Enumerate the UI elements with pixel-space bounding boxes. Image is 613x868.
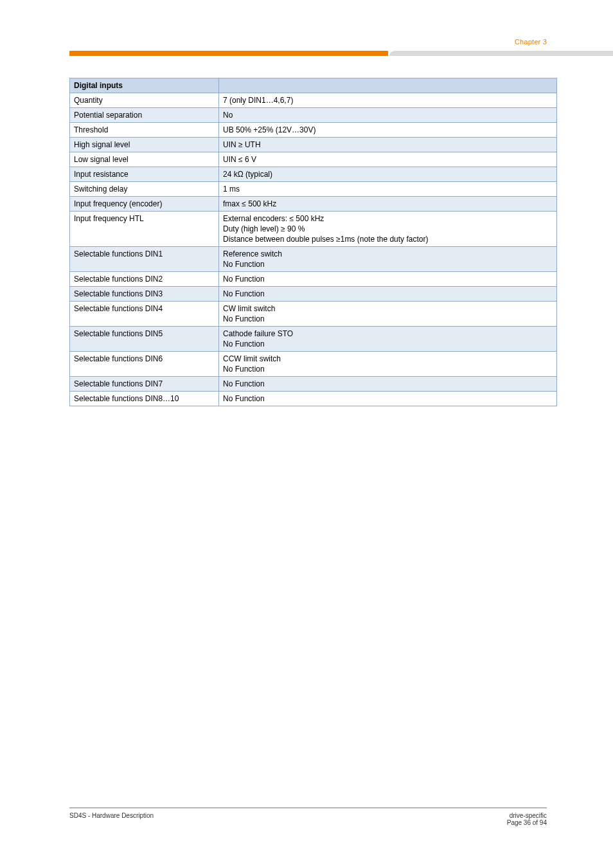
- row-key: Selectable functions DIN6: [70, 352, 219, 377]
- row-val: UB 50% +25% (12V…30V): [219, 123, 557, 138]
- header-rule-grey: [389, 51, 613, 56]
- group-title: Digital inputs: [70, 78, 219, 93]
- row-key: Selectable functions DIN2: [70, 272, 219, 287]
- row-val: No Function: [219, 392, 557, 406]
- footer: SD4S - Hardware Description drive-specif…: [69, 808, 547, 826]
- row-val: UIN ≥ UTH: [219, 138, 557, 152]
- row-val: fmax ≤ 500 kHz: [219, 197, 557, 212]
- footer-right-line1: drive-specific: [507, 812, 547, 819]
- footer-right: drive-specific Page 36 of 94: [507, 812, 547, 826]
- row-key: Selectable functions DIN4: [70, 302, 219, 327]
- row-key: Selectable functions DIN8…10: [70, 392, 219, 406]
- row-key: Low signal level: [70, 152, 219, 167]
- row-val: Reference switchNo Function: [219, 247, 557, 272]
- row-key: Selectable functions DIN5: [70, 327, 219, 352]
- row-key: High signal level: [70, 138, 219, 152]
- row-val: No: [219, 108, 557, 123]
- row-val: 7 (only DIN1…4,6,7): [219, 93, 557, 108]
- row-val: No Function: [219, 287, 557, 302]
- spec-table: Digital inputs Quantity7 (only DIN1…4,6,…: [69, 78, 557, 406]
- row-val: 24 kΩ (typical): [219, 167, 557, 182]
- row-val: UIN ≤ 6 V: [219, 152, 557, 167]
- row-key: Input resistance: [70, 167, 219, 182]
- row-val: External encoders: ≤ 500 kHzDuty (high l…: [219, 212, 557, 247]
- row-key: Potential separation: [70, 108, 219, 123]
- footer-left: SD4S - Hardware Description: [69, 812, 154, 826]
- row-key: Switching delay: [70, 182, 219, 197]
- row-val: No Function: [219, 272, 557, 287]
- row-val: CCW limit switchNo Function: [219, 352, 557, 377]
- header-rule-orange: [69, 51, 388, 56]
- row-key: Input frequency HTL: [70, 212, 219, 247]
- group-title-spacer: [219, 78, 557, 93]
- content: Digital inputs Quantity7 (only DIN1…4,6,…: [69, 78, 556, 406]
- section-number: Chapter 3: [515, 38, 547, 46]
- footer-right-line2: Page 36 of 94: [507, 819, 547, 826]
- row-key: Selectable functions DIN3: [70, 287, 219, 302]
- row-key: Quantity: [70, 93, 219, 108]
- row-key: Selectable functions DIN1: [70, 247, 219, 272]
- row-val: CW limit switchNo Function: [219, 302, 557, 327]
- row-key: Selectable functions DIN7: [70, 377, 219, 392]
- row-val: 1 ms: [219, 182, 557, 197]
- row-key: Input frequency (encoder): [70, 197, 219, 212]
- row-val: Cathode failure STONo Function: [219, 327, 557, 352]
- header-rule: [69, 50, 613, 57]
- row-key: Threshold: [70, 123, 219, 138]
- row-val: No Function: [219, 377, 557, 392]
